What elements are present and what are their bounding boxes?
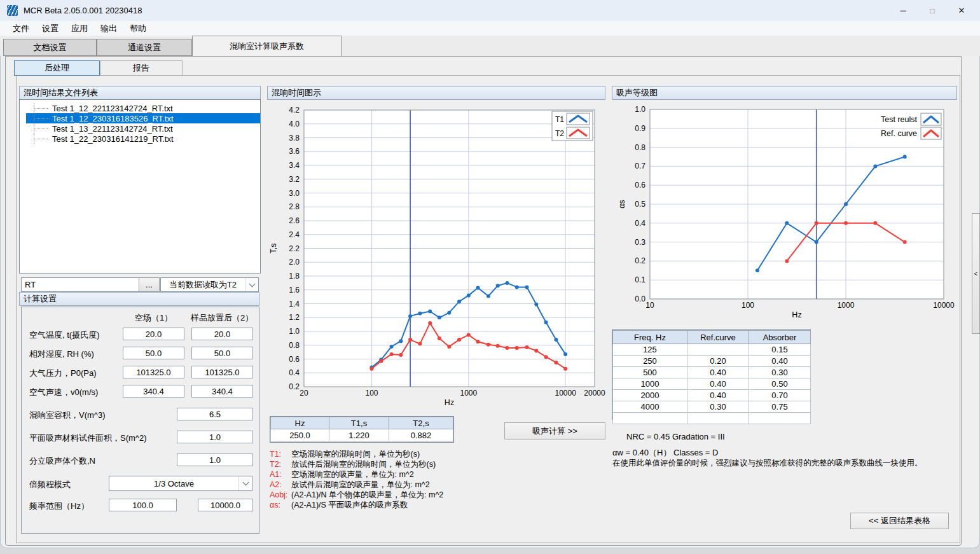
file-name: Test 1_22_230316141219_RT.txt — [50, 134, 176, 144]
table-cell: 125 — [613, 344, 687, 356]
input-col1[interactable] — [123, 366, 184, 378]
browse-button[interactable]: ... — [139, 277, 160, 292]
subtab-report[interactable]: 报告 — [100, 60, 183, 76]
table-cell: 0.40 — [687, 367, 749, 378]
chevron-down-icon[interactable] — [245, 278, 258, 291]
absorption-chart[interactable]: 0.00.10.20.30.40.50.60.70.80.91.01010010… — [612, 100, 957, 324]
svg-text:1.8: 1.8 — [289, 272, 300, 280]
menu-item-settings[interactable]: 设置 — [36, 23, 65, 34]
input-col2[interactable] — [191, 328, 253, 340]
annotation-text: 放试件后混响室的混响时间，单位为秒(s) — [291, 459, 436, 469]
input-col2[interactable] — [191, 366, 253, 378]
input-col1[interactable] — [123, 328, 184, 340]
svg-text:1.4: 1.4 — [289, 300, 300, 308]
menu-item-file[interactable]: 文件 — [6, 23, 36, 34]
browse-button-label: ... — [146, 280, 153, 289]
tab-strip: 文档设置通道设置混响室计算吸声系数 — [0, 36, 980, 56]
tab-reverb-absorption[interactable]: 混响室计算吸声系数 — [192, 36, 342, 56]
menu-item-help[interactable]: 帮助 — [123, 23, 153, 34]
tab-document-settings[interactable]: 文档设置 — [3, 39, 97, 56]
settings-row: 空气温度, t(摄氏度) — [22, 328, 259, 342]
rt-name-input[interactable] — [21, 277, 139, 292]
table-cell: 0.40 — [687, 390, 749, 401]
svg-text:4.0: 4.0 — [289, 120, 300, 128]
input-single[interactable] — [177, 431, 253, 443]
svg-text:0.9: 0.9 — [635, 124, 645, 133]
menu-item-app[interactable]: 应用 — [65, 23, 94, 34]
close-button[interactable]: ✕ — [947, 0, 976, 21]
table-cell: 0.882 — [389, 429, 453, 442]
collapse-panel-button[interactable]: < — [972, 213, 980, 334]
svg-text:100: 100 — [742, 301, 754, 310]
input-col1[interactable] — [123, 347, 184, 359]
table-cell: 0.30 — [687, 401, 749, 413]
subtab-postprocess[interactable]: 后处理 — [14, 60, 100, 76]
minimize-button[interactable]: ─ — [888, 0, 918, 21]
input-col1[interactable] — [123, 385, 184, 398]
field-label: 频率范围（Hz） — [29, 501, 89, 512]
svg-text:2.6: 2.6 — [289, 216, 300, 225]
svg-text:20: 20 — [300, 389, 308, 398]
freq-max-input[interactable] — [198, 499, 253, 511]
data-read-select-value: 当前数据读取为T2 — [161, 278, 245, 291]
app-window: MCR Beta 2.05.0.001 20230418 ─ □ ✕ 文件设置应… — [0, 0, 980, 548]
table-cell — [687, 413, 749, 424]
annotation-label: A1: — [270, 469, 291, 480]
octave-mode-value: 1/3 Octave — [109, 476, 238, 490]
svg-text:10: 10 — [645, 301, 654, 310]
tree-connector-icon — [34, 103, 50, 113]
rt-file-list[interactable]: Test 1_12_221123142724_RT.txtTest 1_12_2… — [19, 99, 261, 274]
table-cell: 0.50 — [749, 378, 811, 390]
freq-min-input[interactable] — [109, 499, 177, 511]
table-cell: 0.30 — [749, 367, 811, 378]
table-cell: 250 — [613, 356, 687, 367]
table-cell — [749, 413, 811, 424]
field-label: 空气温度, t(摄氏度) — [29, 329, 100, 341]
table-cell: 0.40 — [687, 378, 749, 390]
back-to-results-button[interactable]: << 返回结果表格 — [850, 513, 949, 529]
column-header: Absorber — [749, 331, 811, 344]
input-single[interactable] — [177, 408, 253, 420]
list-item[interactable]: Test 1_12_230316183526_RT.txt — [26, 113, 260, 123]
input-col2[interactable] — [191, 385, 253, 398]
svg-text:0.3: 0.3 — [635, 238, 645, 247]
svg-text:0.8: 0.8 — [289, 341, 300, 350]
rt-table-container: HzT1,sT2,s250.01.2200.882 — [270, 416, 454, 443]
settings-row: 平面吸声材料试件面积，S(m^2) — [22, 431, 259, 445]
svg-text:3.2: 3.2 — [289, 175, 300, 184]
svg-text:3.4: 3.4 — [289, 161, 300, 170]
file-name: Test 1_12_230316183526_RT.txt — [50, 114, 176, 123]
maximize-button[interactable]: □ — [918, 0, 947, 21]
tree-connector-icon — [34, 123, 50, 134]
menu-item-output[interactable]: 输出 — [94, 23, 123, 34]
svg-text:0.4: 0.4 — [289, 368, 300, 377]
chevron-left-icon: < — [974, 270, 978, 277]
table-cell: 0.40 — [749, 356, 811, 367]
tab-channel-settings[interactable]: 通道设置 — [97, 39, 192, 56]
settings-row: 倍频程模式1/3 Octave — [22, 477, 259, 491]
absorption-chart-title: 吸声等级图 — [616, 87, 658, 99]
file-name: Test 1_12_221123142724_RT.txt — [50, 104, 176, 113]
field-label: 平面吸声材料试件面积，S(m^2) — [29, 433, 147, 444]
input-single[interactable] — [177, 454, 253, 466]
column-header: Freq. Hz — [613, 331, 687, 344]
octave-mode-select[interactable]: 1/3 Octave — [109, 476, 252, 491]
absorption-calc-button[interactable]: 吸声计算 >> — [504, 422, 605, 440]
input-col2[interactable] — [191, 347, 253, 359]
svg-text:3.6: 3.6 — [289, 147, 300, 156]
column-header: T1,s — [329, 417, 389, 429]
list-item[interactable]: Test 1_13_221123142724_RT.txt — [26, 123, 260, 134]
absorption-chart-header: 吸声等级图 — [612, 86, 957, 100]
list-item[interactable]: Test 1_22_230316141219_RT.txt — [26, 134, 260, 144]
svg-text:4.2: 4.2 — [289, 106, 300, 114]
svg-text:2.8: 2.8 — [289, 202, 300, 211]
annotation-label: αs: — [270, 500, 291, 510]
svg-text:Hz: Hz — [792, 310, 801, 319]
data-read-select[interactable]: 当前数据读取为T2 — [160, 277, 259, 292]
chevron-down-icon[interactable] — [238, 476, 252, 490]
table-cell: 4000 — [613, 401, 687, 413]
annotation-line: Aobj:(A2-A1)/N 单个物体的吸声量，单位为: m^2 — [270, 490, 489, 500]
tree-connector-icon — [34, 113, 50, 123]
rt-chart[interactable]: 0.20.40.60.81.01.21.41.61.82.02.22.42.62… — [267, 100, 605, 412]
list-item[interactable]: Test 1_12_221123142724_RT.txt — [26, 103, 260, 113]
